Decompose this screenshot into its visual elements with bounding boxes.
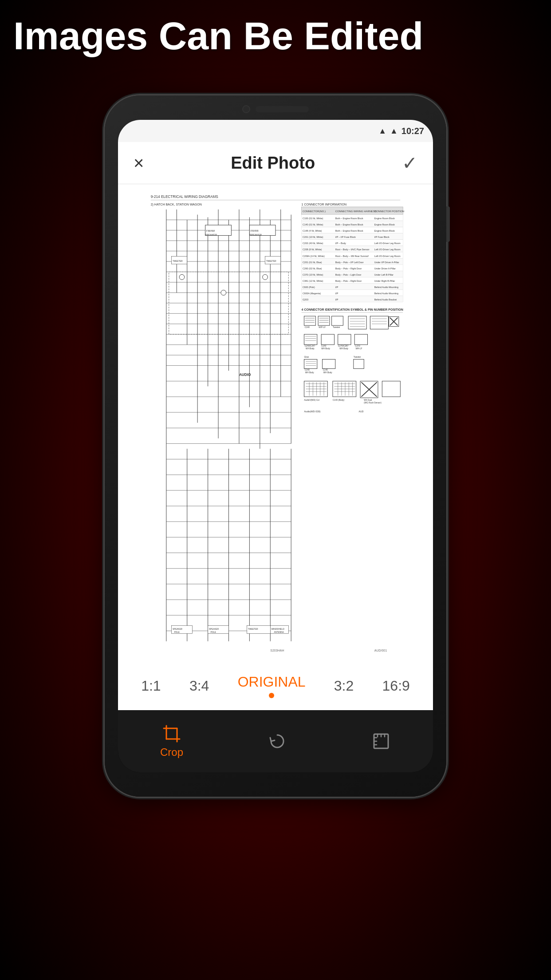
svg-point-51: [263, 274, 268, 280]
headline-text: Images Can Be Edited: [13, 13, 538, 58]
aspect-icon: [371, 731, 391, 751]
svg-text:C600 (Pink): C600 (Pink): [303, 286, 315, 288]
aspect-tool[interactable]: [371, 731, 391, 751]
ratio-1-1-label: 1:1: [141, 678, 161, 694]
svg-text:WH Body: WH Body: [305, 371, 314, 374]
svg-text:POLE: POLE: [174, 631, 179, 633]
svg-text:2) HATCH BACK, STATION WAGON: 2) HATCH BACK, STATION WAGON: [151, 203, 202, 206]
svg-text:(WG Rush Sensor): (WG Rush Sensor): [364, 402, 382, 404]
speaker-grille: [256, 106, 309, 112]
svg-text:AUDIO: AUDIO: [239, 373, 251, 377]
svg-rect-219: [382, 381, 400, 397]
crop-tool-label: Crop: [160, 746, 183, 759]
svg-text:Body – Polo – Right Door: Body – Polo – Right Door: [335, 267, 362, 270]
svg-text:FM/AM: FM/AM: [206, 229, 215, 232]
close-button[interactable]: ×: [134, 153, 144, 173]
svg-rect-185: [304, 359, 317, 368]
svg-text:CONNECTOR POSITION: CONNECTOR POSITION: [374, 210, 404, 213]
svg-point-49: [179, 274, 185, 280]
status-bar: ▲ ▲ 10:27: [118, 120, 433, 142]
svg-text:AUD/001: AUD/001: [374, 649, 387, 652]
svg-text:Engine Room Block: Engine Room Block: [374, 223, 395, 226]
ratio-original[interactable]: ORIGINAL: [238, 674, 306, 698]
svg-text:I/P – Body: I/P – Body: [335, 242, 346, 245]
status-wifi-icon: ▲: [378, 126, 386, 136]
svg-text:Left I/O-Driver Leg Room: Left I/O-Driver Leg Room: [374, 242, 401, 245]
svg-rect-157: [348, 316, 366, 329]
svg-rect-150: [318, 316, 330, 325]
svg-rect-169: [304, 334, 317, 344]
svg-text:Root – Body – I/M Rear Sunroof: Root – Body – I/M Rear Sunroof: [335, 255, 369, 257]
crop-ratio-bar: 1:1 3:4 ORIGINAL 3:2 16:9: [118, 661, 433, 710]
svg-text:4 CONNECTOR IDENTIFICATION SYM: 4 CONNECTOR IDENTIFICATION SYMBOL & PIN …: [302, 308, 403, 311]
edit-photo-bar: × Edit Photo ✓: [118, 142, 433, 184]
svg-text:C140: C140: [305, 369, 310, 371]
svg-text:WH Body: WH Body: [306, 348, 315, 350]
svg-text:Body – Polo – I/P Left Door: Body – Polo – I/P Left Door: [335, 261, 364, 264]
svg-text:Under Driver A-Pillar: Under Driver A-Pillar: [374, 267, 396, 270]
svg-text:Both – Engine Room Block: Both – Engine Room Block: [335, 229, 363, 232]
svg-text:Audio(WD-S30): Audio(WD-S30): [304, 410, 320, 413]
svg-point-50: [221, 290, 226, 296]
svg-text:SPEAKER: SPEAKER: [205, 233, 217, 236]
svg-text:Body – Polo – Right Door: Body – Polo – Right Door: [335, 280, 362, 282]
svg-text:C140 (01 Nt, White): C140 (01 Nt, White): [303, 223, 323, 226]
svg-rect-175: [321, 334, 334, 344]
svg-text:Body – Polo – Light Door: Body – Polo – Light Door: [335, 273, 362, 276]
svg-text:Tweeter: Tweeter: [333, 326, 340, 328]
rotate-tool[interactable]: [268, 731, 287, 751]
svg-text:WINDSHIELD: WINDSHIELD: [272, 628, 285, 630]
rotate-icon: [268, 731, 287, 751]
crop-icon: [162, 724, 181, 743]
ratio-3-4[interactable]: 3:4: [189, 678, 209, 694]
phone-camera-area: [242, 105, 309, 113]
svg-text:TWEETER: TWEETER: [248, 628, 258, 630]
svg-text:Under Left B-Pillar: Under Left B-Pillar: [374, 273, 394, 276]
svg-text:Tweeter: Tweeter: [354, 356, 361, 358]
bottom-toolbar: Crop: [118, 710, 433, 772]
svg-text:FR/RR: FR/RR: [251, 229, 259, 232]
ratio-3-2-label: 3:2: [334, 678, 354, 694]
ratio-1-1[interactable]: 1:1: [141, 678, 161, 694]
svg-text:TWEETER: TWEETER: [266, 260, 276, 262]
crop-tool[interactable]: Crop: [160, 724, 183, 759]
svg-text:C140: C140: [305, 326, 310, 328]
wiring-diagram-svg: 9-214 ELECTRICAL WIRING DIAGRAMS 2) HATC…: [122, 189, 429, 657]
svg-text:Left I/O-Driver Leg Room: Left I/O-Driver Leg Room: [374, 255, 401, 257]
svg-text:C270: C270: [355, 345, 360, 347]
svg-text:C202 (40 Nt, White): C202 (40 Nt, White): [303, 242, 323, 245]
svg-text:Left I/O-Driver Leg Room: Left I/O-Driver Leg Room: [374, 248, 401, 251]
confirm-button[interactable]: ✓: [402, 152, 417, 174]
svg-text:G203: G203: [303, 298, 308, 301]
ratio-3-2[interactable]: 3:2: [334, 678, 354, 694]
svg-text:SPEAKER: SPEAKER: [249, 233, 262, 236]
svg-text:SPEAKER: SPEAKER: [209, 628, 219, 630]
svg-text:Glow: Glow: [304, 356, 309, 358]
svg-rect-191: [323, 359, 335, 368]
svg-text:POLE: POLE: [210, 631, 216, 633]
svg-text:WH Body: WH Body: [321, 348, 330, 350]
svg-text:C240/C247: C240/C247: [305, 345, 315, 347]
ratio-3-4-label: 3:4: [189, 678, 209, 694]
phone-device: ▲ ▲ 10:27 × Edit Photo ✓ 9-214 ELECTRICA…: [105, 95, 446, 797]
active-ratio-dot: [269, 693, 274, 698]
status-time: 10:27: [401, 126, 424, 136]
svg-text:SPEAKER: SPEAKER: [173, 628, 183, 630]
svg-text:Both – Engine Room Block: Both – Engine Room Block: [335, 223, 363, 226]
svg-text:1 CONNECTOR INFORMATION: 1 CONNECTOR INFORMATION: [302, 203, 346, 206]
svg-text:C201 (10 Nt, White): C201 (10 Nt, White): [303, 236, 323, 238]
svg-text:W/P-LF: W/P-LF: [319, 326, 326, 328]
svg-text:C100 (01 Nt, White): C100 (01 Nt, White): [303, 217, 323, 220]
svg-text:C140: C140: [321, 345, 327, 347]
edit-photo-title: Edit Photo: [231, 154, 315, 173]
svg-text:Behind Audio Bracket: Behind Audio Bracket: [374, 298, 397, 301]
svg-text:TWEETER: TWEETER: [173, 260, 183, 262]
svg-text:WH-LF: WH-LF: [356, 348, 362, 350]
svg-rect-181: [354, 334, 367, 344]
svg-text:C260 (02 Nt, Blue): C260 (02 Nt, Blue): [303, 267, 322, 270]
svg-text:C600A (Magenta): C600A (Magenta): [303, 292, 321, 295]
svg-text:Behind Audio Mounting: Behind Audio Mounting: [374, 292, 398, 295]
svg-text:C270/C287: C270/C287: [338, 345, 349, 347]
svg-text:AudioV(WD) Col: AudioV(WD) Col: [304, 399, 319, 401]
ratio-16-9[interactable]: 16:9: [382, 678, 410, 694]
